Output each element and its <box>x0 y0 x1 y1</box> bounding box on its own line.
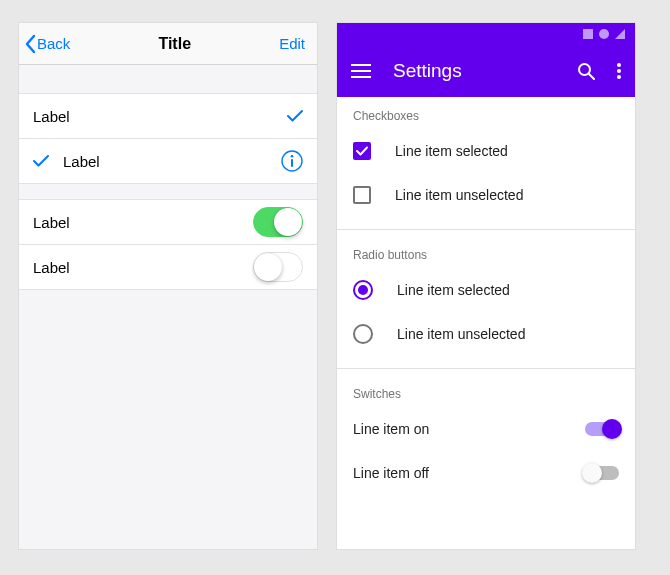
item-label: Line item selected <box>397 282 510 298</box>
app-bar: Settings <box>337 45 635 97</box>
spacer <box>19 183 317 199</box>
status-icon <box>615 29 625 39</box>
svg-line-10 <box>589 74 594 79</box>
status-icon <box>599 29 609 39</box>
item-label: Line item on <box>353 421 429 437</box>
item-label: Line item unselected <box>397 326 525 342</box>
list-item: Label <box>19 244 317 290</box>
svg-rect-3 <box>583 29 593 39</box>
section-switches: Switches Line item on Line item off <box>337 375 635 501</box>
list-item[interactable]: Label <box>19 138 317 184</box>
ios-navigation-bar: Back Title Edit <box>19 23 317 65</box>
checkbox-checked-icon <box>353 142 371 160</box>
section-title: Switches <box>353 387 619 401</box>
item-label: Line item selected <box>395 143 508 159</box>
svg-marker-5 <box>615 29 625 39</box>
switch-on[interactable] <box>585 422 619 436</box>
divider <box>337 229 635 230</box>
svg-rect-2 <box>291 159 293 167</box>
spacer <box>19 65 317 93</box>
divider <box>337 368 635 369</box>
search-icon[interactable] <box>577 62 595 80</box>
app-bar-title: Settings <box>393 60 555 82</box>
svg-point-1 <box>291 155 294 158</box>
list-item-label: Label <box>63 153 100 170</box>
svg-point-12 <box>617 69 621 73</box>
check-icon <box>287 109 303 123</box>
list-item-label: Label <box>33 214 70 231</box>
chevron-left-icon <box>23 34 37 54</box>
svg-rect-6 <box>351 64 371 66</box>
section-title: Radio buttons <box>353 248 619 262</box>
svg-point-4 <box>599 29 609 39</box>
check-icon <box>33 154 49 168</box>
info-icon[interactable] <box>281 150 303 172</box>
radio-item[interactable]: Line item unselected <box>353 312 619 356</box>
switch-off[interactable] <box>253 252 303 282</box>
back-button[interactable]: Back <box>23 34 70 54</box>
section-checkboxes: Checkboxes Line item selected Line item … <box>337 97 635 223</box>
svg-rect-8 <box>351 76 371 78</box>
status-bar <box>337 23 635 45</box>
ios-panel: Back Title Edit Label Label Label Label <box>18 22 318 550</box>
checkbox-unchecked-icon <box>353 186 371 204</box>
svg-point-13 <box>617 75 621 79</box>
svg-point-11 <box>617 63 621 67</box>
switch-item: Line item on <box>353 407 619 451</box>
radio-unselected-icon <box>353 324 373 344</box>
checkbox-item[interactable]: Line item unselected <box>353 173 619 217</box>
switch-off[interactable] <box>585 466 619 480</box>
list-item: Label <box>19 199 317 245</box>
more-icon[interactable] <box>617 63 621 79</box>
item-label: Line item unselected <box>395 187 523 203</box>
svg-rect-7 <box>351 70 371 72</box>
list-item-label: Label <box>33 108 70 125</box>
radio-selected-icon <box>353 280 373 300</box>
checkbox-item[interactable]: Line item selected <box>353 129 619 173</box>
section-title: Checkboxes <box>353 109 619 123</box>
page-title: Title <box>158 35 191 53</box>
android-panel: Settings Checkboxes Line item selected L… <box>336 22 636 550</box>
list-item[interactable]: Label <box>19 93 317 139</box>
menu-icon[interactable] <box>351 64 371 78</box>
section-radios: Radio buttons Line item selected Line it… <box>337 236 635 362</box>
edit-button[interactable]: Edit <box>279 35 309 52</box>
status-icon <box>583 29 593 39</box>
back-label: Back <box>37 35 70 52</box>
switch-on[interactable] <box>253 207 303 237</box>
item-label: Line item off <box>353 465 429 481</box>
radio-item[interactable]: Line item selected <box>353 268 619 312</box>
list-item-label: Label <box>33 259 70 276</box>
switch-item: Line item off <box>353 451 619 495</box>
